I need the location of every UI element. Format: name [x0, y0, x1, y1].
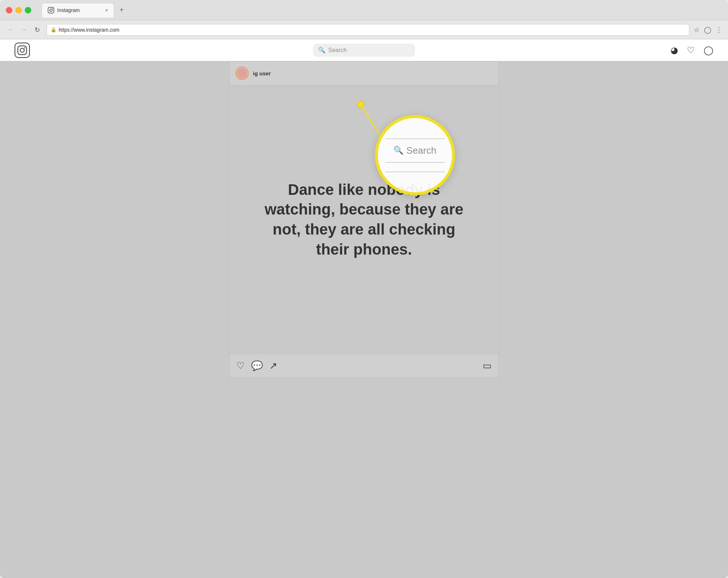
share-button[interactable]: ↗ — [269, 360, 277, 371]
tab-close-button[interactable]: × — [105, 7, 108, 13]
post-actions: ♡ 💬 ↗ ▭ — [230, 354, 498, 377]
instagram-body: ig user Dance like nobody is watching, b… — [0, 61, 728, 578]
search-placeholder: Search — [328, 47, 347, 54]
forward-button[interactable]: → — [19, 25, 29, 35]
svg-point-5 — [24, 47, 25, 48]
search-icon: 🔍 — [318, 47, 325, 54]
svg-point-4 — [20, 48, 24, 52]
save-button[interactable]: ▭ — [483, 360, 492, 371]
address-bar: ← → ↻ 🔒 https://www.instagram.com ☆ ◯ ⋮ — [0, 20, 728, 39]
address-actions: ☆ ◯ ⋮ — [694, 26, 722, 34]
post-username: ig user — [253, 70, 271, 76]
bookmark-star-icon[interactable]: ☆ — [694, 26, 700, 34]
title-bar: Instagram × + — [0, 0, 728, 20]
post-image: Dance like nobody is watching, because t… — [230, 85, 498, 354]
maximize-button[interactable] — [25, 7, 31, 13]
svg-point-6 — [237, 68, 247, 78]
traffic-lights — [6, 7, 31, 13]
reload-button[interactable]: ↻ — [32, 25, 42, 35]
search-bar[interactable]: 🔍 Search — [313, 44, 415, 57]
lock-icon: 🔒 — [51, 27, 56, 32]
activity-icon[interactable]: ♡ — [687, 45, 695, 55]
browser-tab[interactable]: Instagram × — [41, 3, 114, 17]
comment-button[interactable]: 💬 — [251, 360, 263, 371]
post-header: ig user — [230, 62, 498, 85]
profile-nav-icon[interactable]: ◯ — [704, 45, 713, 55]
profile-icon[interactable]: ◯ — [704, 26, 711, 34]
svg-point-1 — [50, 9, 52, 12]
back-button[interactable]: ← — [6, 25, 16, 35]
instagram-header: 🔍 Search ◕ ♡ ◯ — [0, 39, 728, 61]
nav-buttons: ← → ↻ — [6, 25, 42, 35]
tab-favicon — [48, 7, 54, 13]
post-quote: Dance like nobody is watching, because t… — [240, 158, 488, 281]
browser-window: Instagram × + ← → ↻ 🔒 https://www.instag… — [0, 0, 728, 578]
svg-point-2 — [52, 8, 53, 9]
url-text: https://www.instagram.com — [59, 27, 685, 33]
post-avatar — [236, 67, 249, 80]
post-card: ig user Dance like nobody is watching, b… — [229, 61, 499, 378]
url-bar[interactable]: 🔒 https://www.instagram.com — [47, 24, 689, 36]
minimize-button[interactable] — [15, 7, 22, 13]
svg-rect-0 — [48, 7, 54, 13]
like-button[interactable]: ♡ — [236, 360, 245, 371]
feed-container: ig user Dance like nobody is watching, b… — [229, 61, 499, 578]
tab-title: Instagram — [57, 7, 80, 13]
header-icons: ◕ ♡ ◯ — [670, 45, 713, 55]
svg-rect-3 — [18, 46, 27, 55]
menu-icon[interactable]: ⋮ — [716, 26, 722, 34]
tab-bar: Instagram × + — [41, 3, 722, 17]
explore-icon[interactable]: ◕ — [670, 45, 678, 55]
instagram-logo — [15, 43, 30, 58]
new-tab-button[interactable]: + — [116, 4, 127, 16]
close-button[interactable] — [6, 7, 12, 13]
